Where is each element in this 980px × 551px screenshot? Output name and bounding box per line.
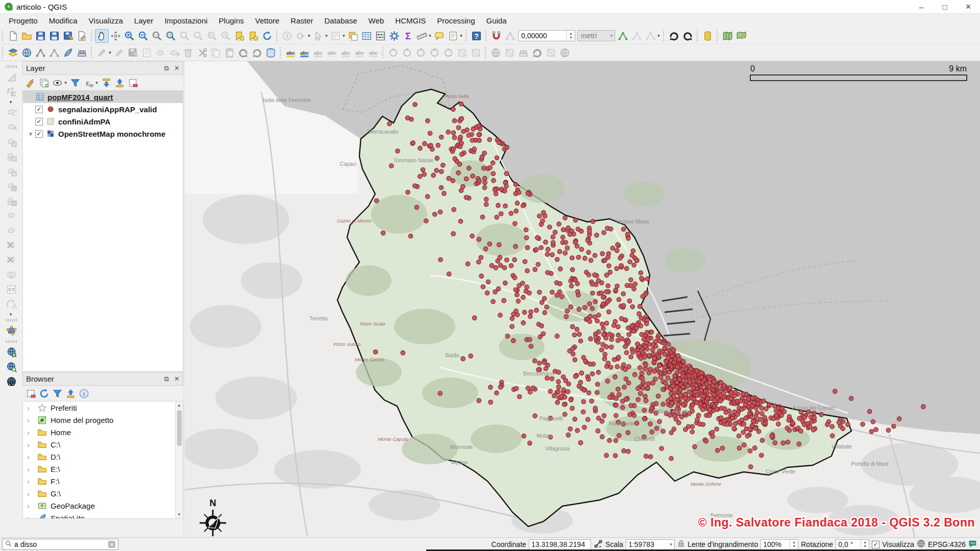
field-calculator-button[interactable] xyxy=(374,29,387,43)
menu-web[interactable]: Web xyxy=(363,15,390,27)
merge-features-button[interactable] xyxy=(5,268,18,282)
layer-diagram-button[interactable]: abc xyxy=(298,46,311,60)
scroll-down-icon[interactable]: ▼ xyxy=(177,511,181,518)
python-console-button[interactable] xyxy=(544,46,558,60)
offset-curve-button[interactable] xyxy=(5,223,18,237)
layer-labeling-button[interactable]: abc xyxy=(284,46,298,60)
pan-map-button[interactable] xyxy=(95,29,109,43)
rotate-point-symbols-button-dropdown[interactable]: ▾ xyxy=(9,312,13,317)
menu-database[interactable]: Database xyxy=(319,15,363,27)
highlight-labels-button[interactable]: abc xyxy=(325,46,339,60)
merge-attributes-button[interactable] xyxy=(5,283,18,296)
filter-legend-button[interactable] xyxy=(69,77,81,89)
render-checkbox[interactable]: ✓ xyxy=(872,541,879,548)
zoom-to-selection-button[interactable] xyxy=(178,29,191,43)
metasearch-button[interactable] xyxy=(489,46,503,60)
manage-map-themes-button[interactable] xyxy=(51,77,63,89)
osm-download-button[interactable] xyxy=(558,46,572,60)
menu-hcmgis[interactable]: HCMGIS xyxy=(389,15,431,27)
copy-features-button[interactable] xyxy=(209,46,223,60)
text-annotation-button[interactable] xyxy=(446,29,460,43)
chevron-right-icon[interactable]: › xyxy=(27,416,35,424)
chevron-right-icon[interactable]: › xyxy=(27,514,35,519)
menu-plugins[interactable]: Plugins xyxy=(213,15,250,27)
hcmgis-basemap-button[interactable] xyxy=(721,29,734,43)
browser-item-homedelprogetto[interactable]: ›Home del progetto xyxy=(23,414,183,426)
chevron-right-icon[interactable]: › xyxy=(27,440,35,449)
expand-all-button[interactable] xyxy=(100,77,112,89)
add-wms-layer-button[interactable] xyxy=(20,46,34,60)
menu-vettore[interactable]: Vettore xyxy=(250,15,285,27)
delete-ring-button[interactable]: × xyxy=(5,179,18,193)
scrollbar-thumb[interactable] xyxy=(177,410,182,446)
show-bookmarks-button[interactable] xyxy=(247,29,260,43)
layer-checkbox[interactable]: ✓ xyxy=(35,130,43,138)
zoom-to-layer-button[interactable] xyxy=(191,29,205,43)
add-selected-layers-button[interactable] xyxy=(24,387,37,399)
osm-place-search-button[interactable] xyxy=(5,375,18,389)
browser-item-f[interactable]: ›F:\ xyxy=(23,475,183,487)
open-attribute-table-button[interactable] xyxy=(360,29,374,43)
help-button[interactable]: ? xyxy=(470,29,483,43)
node-tool-button[interactable] xyxy=(167,46,181,60)
reshape-features-button[interactable] xyxy=(5,209,18,222)
regular-polygon-button[interactable] xyxy=(469,46,483,60)
remove-layer-button[interactable] xyxy=(127,77,139,89)
add-feature-button[interactable] xyxy=(140,46,154,60)
processing-toolbox-button[interactable] xyxy=(387,29,401,43)
chevron-right-icon[interactable]: › xyxy=(27,453,35,461)
browser-item-c[interactable]: ›C:\ xyxy=(23,438,183,450)
toggle-editing-button[interactable] xyxy=(112,46,126,60)
lock-scale-icon[interactable] xyxy=(677,539,685,549)
data-source-manager-button[interactable] xyxy=(6,46,20,60)
circle-center-button[interactable] xyxy=(414,46,428,60)
move-label-button[interactable]: abc xyxy=(339,46,353,60)
undo-edit-button[interactable] xyxy=(236,46,250,60)
magnifier-spinbox[interactable]: 100% ▲▼ xyxy=(761,539,798,550)
add-delimited-text-button[interactable] xyxy=(47,46,61,60)
paste-features-button[interactable] xyxy=(223,46,236,60)
split-features-button[interactable] xyxy=(5,238,18,252)
simplify-feature-button[interactable] xyxy=(5,120,18,134)
refresh-browser-button[interactable] xyxy=(38,387,50,399)
statistical-summary-button[interactable]: Σ xyxy=(401,29,415,43)
save-project-button[interactable] xyxy=(34,29,47,43)
layer-checkbox[interactable]: ✓ xyxy=(35,118,43,126)
change-label-button[interactable]: abc xyxy=(366,46,380,60)
ellipse-center-button[interactable] xyxy=(428,46,442,60)
redo-button[interactable] xyxy=(667,29,681,43)
chevron-right-icon[interactable]: › xyxy=(27,502,35,510)
browser-item-d[interactable]: ›D:\ xyxy=(23,450,183,463)
add-spatialite-layer-button[interactable] xyxy=(61,46,75,60)
refresh-map-button[interactable] xyxy=(260,29,274,43)
layer-expand-icon[interactable]: ▾ xyxy=(26,130,35,138)
chevron-right-icon[interactable]: › xyxy=(27,489,35,498)
menu-raster[interactable]: Raster xyxy=(285,15,318,27)
pan-to-selection-button[interactable] xyxy=(109,29,122,43)
deselect-all-button[interactable] xyxy=(346,29,360,43)
layer-row[interactable]: popMF2014_quart xyxy=(23,91,183,103)
split-parts-button[interactable] xyxy=(5,253,18,267)
add-vector-layer-button[interactable] xyxy=(34,46,47,60)
measure-button[interactable] xyxy=(415,29,429,43)
snapping-options-button[interactable] xyxy=(503,29,517,43)
layer-panel-close-icon[interactable]: ✕ xyxy=(174,64,180,72)
map-canvas[interactable]: Isola delle FemmineCapaciSferracavalloTo… xyxy=(185,61,980,537)
menu-guida[interactable]: Guida xyxy=(481,15,512,27)
filter-expression-button[interactable]: ε xyxy=(82,77,94,89)
avoid-intersections-button[interactable] xyxy=(644,29,657,43)
chevron-right-icon[interactable]: › xyxy=(27,477,35,486)
chevron-right-icon[interactable]: › xyxy=(27,428,35,437)
move-feature-button[interactable] xyxy=(154,46,167,60)
cut-features-button[interactable] xyxy=(195,46,209,60)
layer-checkbox[interactable]: ✓ xyxy=(35,106,43,113)
circle-3points-button[interactable] xyxy=(400,46,414,60)
scroll-up-icon[interactable]: ▲ xyxy=(177,402,181,409)
browser-properties-button[interactable]: i xyxy=(78,387,90,399)
zoom-full-button[interactable] xyxy=(164,29,178,43)
current-edits-button[interactable] xyxy=(95,46,109,60)
collapse-all-button[interactable] xyxy=(113,77,126,89)
enable-snapping-button[interactable] xyxy=(489,29,503,43)
zoom-out-button[interactable] xyxy=(136,29,150,43)
filter-browser-button[interactable] xyxy=(51,387,63,399)
